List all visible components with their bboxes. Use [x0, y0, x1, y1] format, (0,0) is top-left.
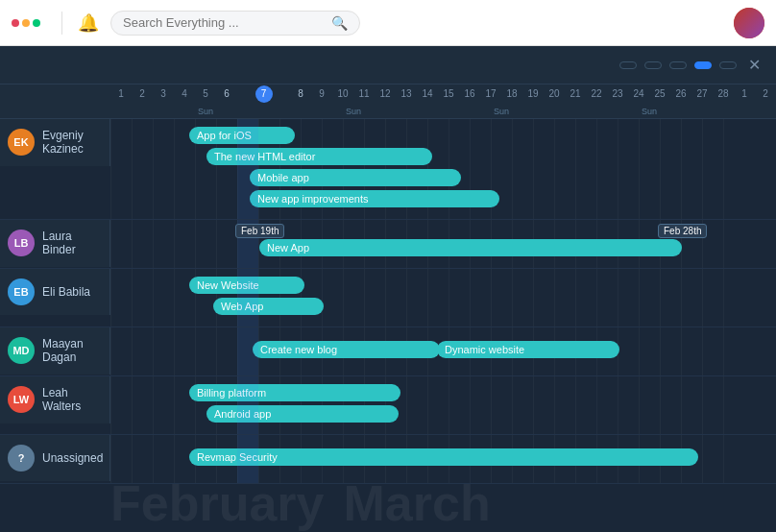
days-button[interactable] — [669, 61, 687, 69]
subheader-controls: ✕ — [619, 56, 764, 74]
ruler-sun-0 — [110, 104, 132, 118]
gantt-bar[interactable]: New App — [259, 239, 682, 256]
grid-line — [153, 376, 154, 434]
header-right — [734, 8, 764, 38]
gantt-bar[interactable]: Create new blog — [253, 341, 440, 358]
ruler-sun-19 — [512, 104, 533, 118]
grid-line — [153, 269, 154, 326]
grid-line — [596, 269, 597, 326]
grid-line — [512, 119, 513, 219]
gantt-bar[interactable]: Billing platform — [189, 384, 400, 401]
ruler-day-2: 2 — [755, 85, 776, 104]
gantt-bar[interactable]: Dynamic website — [437, 341, 619, 358]
grid-line — [681, 376, 682, 434]
row-bars-0: App for iOSThe new HTML editorMobile app… — [110, 119, 776, 219]
grid-line — [702, 376, 703, 434]
ruler-sun-18: Sun — [491, 104, 512, 118]
gantt-bar[interactable]: App for iOS — [189, 127, 295, 144]
grid-line — [110, 435, 111, 483]
grid-line — [132, 435, 133, 483]
grid-line — [195, 220, 196, 268]
grid-line — [153, 119, 154, 219]
grid-line — [681, 327, 682, 375]
grid-line — [639, 119, 640, 219]
logo-dot-green — [33, 19, 40, 27]
owner-button[interactable] — [619, 61, 637, 69]
row-label-0: EKEvgeniy Kazinec — [0, 119, 110, 166]
ruler-sun-25: Sun — [639, 104, 660, 118]
notification-icon[interactable]: 🔔 — [78, 12, 99, 34]
row-name-3: Maayan Dagan — [42, 337, 102, 365]
search-icon: 🔍 — [331, 15, 348, 31]
close-icon[interactable]: ✕ — [744, 56, 764, 74]
grid-line — [702, 119, 703, 219]
gantt-bar[interactable]: Android app — [206, 405, 399, 423]
row-name-2: Eli Babila — [42, 285, 90, 299]
grid-line — [153, 435, 154, 483]
row-label-5: ?Unassigned — [0, 435, 110, 481]
gantt-bar[interactable]: The new HTML editor — [206, 148, 432, 165]
grid-line — [702, 435, 703, 483]
grid-line — [322, 269, 323, 326]
grid-line — [153, 220, 154, 268]
ruler-day-17: 17 — [480, 85, 501, 104]
logo — [12, 19, 46, 27]
months-button[interactable] — [719, 61, 737, 69]
ruler-day-13: 13 — [396, 85, 417, 104]
grid-line — [639, 376, 640, 434]
gantt-bar[interactable]: New Website — [189, 277, 304, 294]
grid-line — [723, 220, 724, 268]
gantt-bar[interactable]: Mobile app — [250, 169, 461, 186]
row-bars-4: Billing platformAndroid app — [110, 376, 776, 434]
ruler-day-15: 15 — [438, 85, 459, 104]
grid-line — [385, 269, 386, 326]
header-divider — [61, 12, 62, 35]
ruler-sun-5 — [216, 104, 237, 118]
grid-line — [660, 119, 661, 219]
grid-line — [491, 376, 492, 434]
grid-line — [406, 376, 407, 434]
grid-line — [110, 327, 111, 375]
ruler-sun-21 — [554, 104, 575, 118]
grid-line — [660, 327, 661, 375]
grid-line — [618, 376, 618, 434]
rows-container[interactable]: February March EKEvgeniy KazinecApp for … — [0, 119, 776, 532]
ruler-sun-17 — [470, 104, 491, 118]
grid-line — [533, 376, 534, 434]
grid-line — [153, 327, 154, 375]
row-bars-2: New WebsiteWeb App — [110, 269, 776, 326]
grid-line — [195, 327, 196, 375]
timeline-row: LBLaura BinderFeb 19thFeb 28thNew App — [0, 220, 776, 269]
grid-line — [596, 376, 597, 434]
grid-line — [449, 376, 449, 434]
gantt-bar[interactable]: Web App — [213, 298, 324, 315]
row-label-3: MDMaayan Dagan — [0, 327, 110, 375]
grid-line — [596, 119, 597, 219]
grid-line — [174, 220, 175, 268]
grid-line — [554, 119, 555, 219]
grid-line — [132, 119, 133, 219]
logo-dot-orange — [22, 19, 30, 27]
timeline-button[interactable] — [644, 61, 662, 69]
gantt-bar[interactable]: Revmap Security — [189, 448, 698, 466]
timeline-row: EBEli BabilaNew WebsiteWeb App — [0, 269, 776, 327]
grid-line — [723, 327, 724, 375]
ruler-day-7: 7 — [255, 85, 273, 103]
row-avatar-3: MD — [8, 337, 35, 364]
grid-line — [681, 119, 682, 219]
row-label-1: LBLaura Binder — [0, 220, 110, 267]
timeline-row: ?UnassignedRevmap Security — [0, 435, 776, 484]
search-bar[interactable]: 🔍 — [110, 11, 360, 36]
grid-line — [132, 327, 133, 375]
ruler-sun-4: Sun — [195, 104, 216, 118]
row-bars-5: Revmap Security — [110, 435, 776, 483]
ruler-day-16: 16 — [459, 85, 480, 104]
avatar[interactable] — [734, 8, 764, 38]
weeks-button[interactable] — [694, 61, 712, 69]
grid-line — [110, 220, 111, 268]
row-label-2: EBEli Babila — [0, 269, 110, 315]
search-input[interactable] — [123, 15, 324, 30]
gantt-bar[interactable]: New app improvements — [250, 190, 499, 207]
row-name-5: Unassigned — [42, 451, 103, 465]
ruler-day-9: 9 — [311, 85, 332, 104]
